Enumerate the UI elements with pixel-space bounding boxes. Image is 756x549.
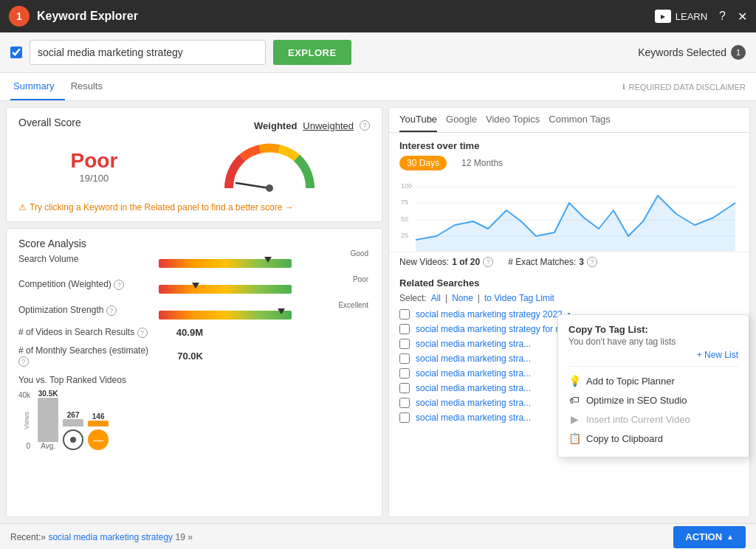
bar-search-volume: Good <box>159 249 370 268</box>
select-to-video-tag[interactable]: to Video Tag Limit <box>484 293 554 303</box>
dropdown-add-topic[interactable]: 💡 Add to Topic Planner <box>568 371 738 390</box>
new-videos-help[interactable]: ? <box>483 257 493 267</box>
related-checkbox-7[interactable] <box>399 398 410 408</box>
dropdown-label-copy: Copy to Clipboard <box>586 433 663 444</box>
related-checkbox-6[interactable] <box>399 383 410 393</box>
footer-recent-label: Recent:» <box>10 532 46 542</box>
select-all[interactable]: All <box>431 293 441 303</box>
action-label: ACTION <box>685 531 722 542</box>
new-videos-label: New Videos: <box>399 257 449 267</box>
vs-section: You vs. Top Ranked Videos 40k Views 0 30… <box>18 374 370 450</box>
related-title: Related Searches <box>399 277 739 289</box>
bar-267 <box>63 419 83 427</box>
value-searches: 70.0K <box>159 351 203 362</box>
bar-146 <box>88 421 109 427</box>
tag-icon: 🏷 <box>568 394 580 406</box>
tab-google[interactable]: Google <box>446 114 477 132</box>
bar-avg <box>38 398 58 442</box>
dropdown-divider <box>568 366 738 367</box>
bar-competition: Poor <box>159 275 370 294</box>
learn-label: LEARN <box>676 11 707 22</box>
chart-section: Interest over time 30 Days 12 Months <box>389 133 749 178</box>
app-title: Keyword Explorer <box>37 10 655 23</box>
tab-summary[interactable]: Summary <box>10 73 65 100</box>
dropdown-label-seo: Optimize in SEO Studio <box>586 395 687 406</box>
select-none[interactable]: None <box>452 293 473 303</box>
searches-help-icon[interactable]: ? <box>18 356 29 367</box>
search-checkbox[interactable] <box>10 46 22 58</box>
related-link-5[interactable]: social media marketing stra... <box>416 368 531 379</box>
dropdown-label-topic: Add to Topic Planner <box>586 376 675 387</box>
svg-point-1 <box>266 184 273 192</box>
bulb-icon: 💡 <box>568 375 580 387</box>
related-link-7[interactable]: social media marketing stra... <box>416 398 531 408</box>
svg-text:75: 75 <box>401 198 408 206</box>
footer-recent-link[interactable]: social media marketing strategy <box>48 532 173 542</box>
analysis-row-searches: # of Monthly Searches (estimate) ? 70.0K <box>18 345 370 367</box>
disclaimer-icon: ℹ <box>622 83 625 91</box>
related-checkbox-5[interactable] <box>399 368 410 379</box>
dropdown-new-list[interactable]: + New List <box>568 350 738 360</box>
vs-label: You vs. Top Ranked Videos <box>18 375 126 385</box>
related-checkbox-1[interactable] <box>399 309 410 320</box>
related-checkbox-3[interactable] <box>399 339 410 349</box>
exact-matches-help[interactable]: ? <box>587 257 597 267</box>
dropdown-copy-clipboard[interactable]: 📋 Copy to Clipboard <box>568 429 738 448</box>
select-label: Select: <box>399 293 427 303</box>
left-panel: Overall Score Weighted Unweighted ? Poor… <box>6 107 382 517</box>
tab-youtube[interactable]: YouTube <box>399 114 437 132</box>
new-videos-stat: New Videos: 1 of 20 ? <box>399 257 493 267</box>
score-content: Poor 19/100 <box>18 134 370 198</box>
related-link-6[interactable]: social media marketing stra... <box>416 383 531 393</box>
value-videos: 40.9M <box>159 327 203 338</box>
warning-icon: ⚠ <box>18 202 27 213</box>
dropdown-seo-studio[interactable]: 🏷 Optimize in SEO Studio <box>568 390 738 410</box>
related-link-3[interactable]: social media marketing stra... <box>416 339 531 349</box>
competition-help-icon[interactable]: ? <box>114 280 124 290</box>
close-button[interactable]: ✕ <box>738 10 747 24</box>
views-label: Views <box>23 412 30 429</box>
keywords-selected-label: Keywords Selected <box>638 46 726 58</box>
related-checkbox-2[interactable] <box>399 324 410 334</box>
dropdown-title: Copy To Tag List: <box>568 324 738 335</box>
explore-button[interactable]: EXPLORE <box>273 40 351 65</box>
related-checkbox-4[interactable] <box>399 353 410 364</box>
optimization-help-icon[interactable]: ? <box>106 305 117 316</box>
footer-recent-count: 19 » <box>175 532 192 542</box>
chart-area: 100 75 50 25 <box>389 178 749 252</box>
filter-12-months[interactable]: 12 Months <box>454 156 510 170</box>
videos-help-icon[interactable]: ? <box>137 328 148 338</box>
target-icon <box>63 429 83 450</box>
related-link-1[interactable]: social media marketing strategy 2022 ↗ <box>416 309 571 320</box>
vs-bar-avg: 30.5K Avg. <box>38 390 58 450</box>
play-icon: ▶ <box>568 413 580 425</box>
action-button[interactable]: ACTION ▲ <box>673 526 746 548</box>
tab-video-topics[interactable]: Video Topics <box>486 114 540 132</box>
tab-results[interactable]: Results <box>68 73 113 100</box>
footer: Recent:» social media marketing strategy… <box>0 523 756 549</box>
tab-common-tags[interactable]: Common Tags <box>549 114 611 132</box>
dropdown-overlay: Copy To Tag List: You don't have any tag… <box>557 314 749 458</box>
filter-30-days[interactable]: 30 Days <box>399 156 447 170</box>
dropdown-label-insert: Insert into Current Video <box>586 414 690 425</box>
unweighted-button[interactable]: Unweighted <box>303 120 354 131</box>
row-label-optimization: Optimization Strength ? <box>18 305 159 316</box>
header-right: LEARN ? ✕ <box>655 10 747 24</box>
related-link-4[interactable]: social media marketing stra... <box>416 353 531 364</box>
score-analysis-title: Score Analysis <box>18 238 86 249</box>
search-input[interactable] <box>30 40 266 65</box>
related-checkbox-8[interactable] <box>399 412 410 423</box>
color-bar-search-volume <box>159 259 292 268</box>
weighted-button[interactable]: Weighted <box>254 120 297 131</box>
main-content: Overall Score Weighted Unweighted ? Poor… <box>0 101 756 523</box>
disclaimer-text: REQUIRED DATA DISCLAIMER <box>628 83 746 92</box>
svg-line-0 <box>236 183 269 188</box>
related-link-8[interactable]: social media marketing stra... <box>416 412 531 423</box>
keywords-selected: Keywords Selected 1 <box>638 45 746 60</box>
score-help-icon[interactable]: ? <box>360 120 370 131</box>
chevron-up-icon: ▲ <box>726 533 734 541</box>
help-button[interactable]: ? <box>719 10 726 23</box>
keywords-badge: 1 <box>731 45 746 60</box>
row-label-videos: # of Videos in Search Results ? <box>18 327 159 338</box>
learn-button[interactable]: LEARN <box>655 10 707 23</box>
